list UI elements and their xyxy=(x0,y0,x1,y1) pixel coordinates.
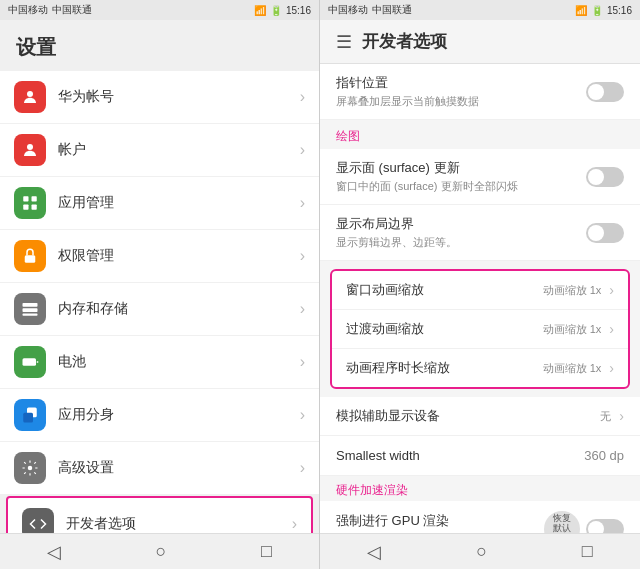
drawing-section-label: 绘图 xyxy=(320,120,640,149)
svg-rect-9 xyxy=(23,314,38,316)
developer-label: 开发者选项 xyxy=(66,515,280,533)
pointer-location-toggle[interactable] xyxy=(586,82,624,102)
settings-header: 设置 xyxy=(0,20,319,71)
force-gpu-toggle[interactable] xyxy=(586,519,624,533)
right-status-icons: 📶 🔋 15:16 xyxy=(575,5,632,16)
right-bottom-nav: ◁ ○ □ xyxy=(320,533,640,569)
force-gpu-item[interactable]: 强制进行 GPU 渲染 强制使用 GPU 进行 恢复默认设置 xyxy=(320,501,640,533)
storage-arrow: › xyxy=(300,300,305,318)
huawei-arrow: › xyxy=(300,88,305,106)
transition-anim-value: 动画缩放 1x › xyxy=(543,321,614,337)
simulate-display-text: 无 xyxy=(600,409,611,424)
right-time: 15:16 xyxy=(607,5,632,16)
smallest-width-label: Smallest width xyxy=(336,448,420,463)
home-button[interactable]: ○ xyxy=(156,541,167,562)
layout-bounds-item[interactable]: 显示布局边界 显示剪辑边界、边距等。 xyxy=(320,205,640,261)
back-button[interactable]: ◁ xyxy=(47,541,61,563)
storage-icon xyxy=(14,293,46,325)
advanced-icon xyxy=(14,452,46,484)
pointer-location-item[interactable]: 指针位置 屏幕叠加层显示当前触摸数据 xyxy=(320,64,640,120)
smallest-width-value: 360 dp xyxy=(584,448,624,463)
left-bottom-nav: ◁ ○ □ xyxy=(0,533,319,569)
sidebar-item-permissions[interactable]: 权限管理 › xyxy=(0,230,319,282)
svg-rect-5 xyxy=(32,205,37,210)
apps-label: 应用管理 xyxy=(58,194,288,212)
surface-update-subtitle: 窗口中的面 (surface) 更新时全部闪烁 xyxy=(336,179,586,194)
sidebar-item-account[interactable]: 帐户 › xyxy=(0,124,319,176)
svg-rect-6 xyxy=(25,255,36,263)
battery-label: 电池 xyxy=(58,353,288,371)
advanced-arrow: › xyxy=(300,459,305,477)
window-anim-item[interactable]: 窗口动画缩放 动画缩放 1x › xyxy=(332,271,628,310)
hamburger-icon[interactable]: ☰ xyxy=(336,31,352,53)
clone-arrow: › xyxy=(300,406,305,424)
developer-arrow: › xyxy=(292,515,297,533)
animator-duration-item[interactable]: 动画程序时长缩放 动画缩放 1x › xyxy=(332,349,628,387)
pointer-location-content: 指针位置 屏幕叠加层显示当前触摸数据 xyxy=(336,74,586,109)
right-signal-icon: 📶 xyxy=(575,5,587,16)
left-phone-panel: 中国移动 中国联通 📶 🔋 15:16 设置 华为帐号 › 帐户 › xyxy=(0,0,320,569)
right-home-button[interactable]: ○ xyxy=(476,541,487,562)
huawei-label: 华为帐号 xyxy=(58,88,288,106)
sidebar-item-advanced[interactable]: 高级设置 › xyxy=(0,442,319,494)
permissions-arrow: › xyxy=(300,247,305,265)
animator-duration-arrow: › xyxy=(609,360,614,376)
sidebar-item-developer[interactable]: 开发者选项 › xyxy=(6,496,313,533)
animator-duration-value: 动画缩放 1x › xyxy=(543,360,614,376)
transition-anim-arrow: › xyxy=(609,321,614,337)
simulate-display-item[interactable]: 模拟辅助显示设备 无 › xyxy=(320,397,640,436)
surface-update-item[interactable]: 显示面 (surface) 更新 窗口中的面 (surface) 更新时全部闪烁 xyxy=(320,149,640,205)
pointer-location-title: 指针位置 xyxy=(336,74,586,92)
sidebar-item-battery[interactable]: 电池 › xyxy=(0,336,319,388)
force-gpu-content: 强制进行 GPU 渲染 强制使用 GPU 进行 xyxy=(336,512,544,534)
huawei-icon xyxy=(14,81,46,113)
storage-label: 内存和存储 xyxy=(58,300,288,318)
hardware-section-label: 硬件加速渲染 xyxy=(320,476,640,501)
settings-list: 华为帐号 › 帐户 › 应用管理 › 权限管理 › xyxy=(0,71,319,533)
simulate-display-title: 模拟辅助显示设备 xyxy=(336,407,440,425)
right-back-button[interactable]: ◁ xyxy=(367,541,381,563)
svg-rect-7 xyxy=(23,303,38,307)
advanced-label: 高级设置 xyxy=(58,459,288,477)
sidebar-item-storage[interactable]: 内存和存储 › xyxy=(0,283,319,335)
recent-button[interactable]: □ xyxy=(261,541,272,562)
svg-rect-3 xyxy=(32,196,37,201)
account-arrow: › xyxy=(300,141,305,159)
right-carrier1: 中国移动 xyxy=(328,3,368,17)
permissions-label: 权限管理 xyxy=(58,247,288,265)
layout-bounds-toggle[interactable] xyxy=(586,223,624,243)
transition-anim-title: 过渡动画缩放 xyxy=(346,320,424,338)
layout-bounds-subtitle: 显示剪辑边界、边距等。 xyxy=(336,235,586,250)
developer-icon xyxy=(22,508,54,533)
svg-point-1 xyxy=(27,144,33,150)
dev-options-title: 开发者选项 xyxy=(362,30,447,53)
surface-update-toggle[interactable] xyxy=(586,167,624,187)
right-recent-button[interactable]: □ xyxy=(582,541,593,562)
simulate-display-value: 无 › xyxy=(600,408,624,424)
sidebar-item-clone[interactable]: 应用分身 › xyxy=(0,389,319,441)
right-battery-icon: 🔋 xyxy=(591,5,603,16)
sidebar-item-apps[interactable]: 应用管理 › xyxy=(0,177,319,229)
dev-options-list: 指针位置 屏幕叠加层显示当前触摸数据 绘图 显示面 (surface) 更新 窗… xyxy=(320,64,640,533)
settings-title: 设置 xyxy=(16,34,56,61)
clone-icon xyxy=(14,399,46,431)
left-time: 15:16 xyxy=(286,5,311,16)
svg-rect-10 xyxy=(23,358,37,366)
restore-defaults-button[interactable]: 恢复默认设置 xyxy=(544,511,580,533)
sidebar-item-huawei[interactable]: 华为帐号 › xyxy=(0,71,319,123)
svg-rect-12 xyxy=(23,413,33,423)
simulate-display-arrow: › xyxy=(619,408,624,424)
svg-rect-2 xyxy=(23,196,28,201)
right-status-bar: 中国移动 中国联通 📶 🔋 15:16 xyxy=(320,0,640,20)
layout-bounds-title: 显示布局边界 xyxy=(336,215,586,233)
left-status-icons: 📶 🔋 15:16 xyxy=(254,5,311,16)
battery-arrow: › xyxy=(300,353,305,371)
svg-rect-8 xyxy=(23,308,38,312)
window-anim-value: 动画缩放 1x › xyxy=(543,282,614,298)
animator-duration-text: 动画缩放 1x xyxy=(543,361,602,376)
smallest-width-item[interactable]: Smallest width 360 dp xyxy=(320,436,640,476)
layout-bounds-content: 显示布局边界 显示剪辑边界、边距等。 xyxy=(336,215,586,250)
window-anim-arrow: › xyxy=(609,282,614,298)
transition-anim-item[interactable]: 过渡动画缩放 动画缩放 1x › xyxy=(332,310,628,349)
svg-point-0 xyxy=(27,91,33,97)
